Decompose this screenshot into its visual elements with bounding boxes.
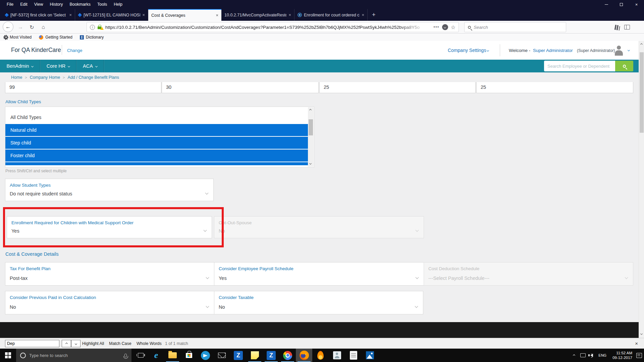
taskbar-store[interactable]	[181, 349, 197, 362]
taskbar-search-input[interactable]	[29, 353, 121, 358]
network-icon[interactable]	[580, 353, 586, 357]
taskbar-mail[interactable]	[214, 349, 230, 362]
tab-wt12715[interactable]: [WT-12715] EL CAMINO HOSPI	[75, 9, 148, 21]
employee-search-input[interactable]	[544, 61, 615, 71]
clock[interactable]: 11:52 AM 09-12-2017	[612, 351, 632, 360]
sidebar-toggle-icon[interactable]	[621, 21, 633, 34]
taskbar-ie[interactable]: e	[148, 349, 164, 362]
tab-cost-coverages[interactable]: Cost & Coverages	[148, 9, 221, 21]
breadcrumb-home[interactable]: Home	[11, 75, 22, 80]
bookmark-star-icon[interactable]: ☆	[451, 24, 455, 31]
taskbar-firefox-active[interactable]	[296, 349, 312, 362]
scroll-down-icon[interactable]	[640, 333, 643, 335]
forward-button[interactable]: →	[15, 21, 25, 34]
nav-aca[interactable]: ACA	[76, 60, 104, 72]
current-user-link[interactable]: Super Administrator	[533, 48, 573, 53]
taskbar-z-app[interactable]	[230, 349, 247, 362]
tray-expand-icon[interactable]	[573, 354, 575, 356]
chevron-down-icon[interactable]	[628, 49, 630, 51]
option-step-child[interactable]: Step child	[5, 137, 313, 149]
scroll-up-icon[interactable]	[309, 109, 312, 111]
change-company-link[interactable]: Change	[67, 48, 83, 53]
allow-child-types-listbox[interactable]: All Child Types Natural child Step child…	[5, 107, 314, 168]
scroll-up-icon[interactable]	[640, 43, 643, 46]
taskbar-sticky-notes[interactable]	[247, 349, 263, 362]
enrollment-msmo-dropdown[interactable]: Enrollment Required for Children with Me…	[7, 216, 212, 238]
taskbar-chrome[interactable]	[279, 349, 296, 362]
nav-benadmin[interactable]: BenAdmin	[0, 60, 40, 72]
microphone-icon[interactable]	[124, 354, 127, 357]
company-settings-menu[interactable]: Company Settings	[448, 48, 486, 53]
speaker-icon[interactable]	[590, 354, 593, 357]
consider-employee-payroll-dropdown[interactable]: Consider Employee Payroll Schedule Yes	[214, 262, 424, 286]
highlight-all-toggle[interactable]: Highlight All	[82, 341, 104, 346]
find-input[interactable]	[5, 340, 59, 347]
scrollbar-thumb[interactable]	[640, 52, 644, 133]
library-icon[interactable]	[610, 21, 621, 34]
match-case-toggle[interactable]: Match Case	[109, 341, 131, 346]
home-button[interactable]: ⌂	[38, 21, 48, 34]
taskbar-browser-ball[interactable]	[197, 349, 214, 362]
taskbar-people[interactable]	[329, 349, 345, 362]
new-tab-button[interactable]	[368, 9, 380, 21]
tab-enrollment-court[interactable]: Enrollment for court ordered ch	[294, 9, 368, 21]
taskbar-photos[interactable]	[362, 349, 378, 362]
taskbar-flame-app[interactable]	[312, 349, 329, 362]
menu-bookmarks[interactable]: Bookmarks	[66, 0, 94, 9]
tax-for-benefit-plan-dropdown[interactable]: Tax For Benefit Plan Post-tax	[5, 262, 214, 286]
browser-search-input[interactable]	[474, 25, 562, 30]
tab-nf5372[interactable]: [NF-5372] first click on 'Select P	[2, 9, 75, 21]
option-natural-child[interactable]: Natural child	[5, 124, 313, 136]
nav-core-hr[interactable]: Core HR	[40, 60, 76, 72]
task-view-button[interactable]	[133, 349, 148, 362]
scrollbar-thumb[interactable]	[309, 119, 313, 135]
page-info-icon[interactable]: i	[90, 25, 95, 30]
menu-view[interactable]: View	[31, 0, 47, 9]
tab-close-icon[interactable]	[362, 12, 364, 17]
tab-close-icon[interactable]	[142, 12, 145, 17]
page-scrollbar[interactable]	[639, 41, 644, 338]
back-button[interactable]: ←	[3, 21, 13, 32]
maximize-button[interactable]	[614, 0, 629, 9]
menu-help[interactable]: Help	[110, 0, 126, 9]
start-button[interactable]	[0, 349, 16, 362]
tab-close-icon[interactable]	[288, 12, 291, 17]
numeric-field-1[interactable]: 99	[5, 82, 161, 93]
close-window-button[interactable]	[629, 0, 644, 9]
whole-words-toggle[interactable]: Whole Words	[137, 341, 162, 346]
menu-edit[interactable]: Edit	[17, 0, 31, 9]
find-next-button[interactable]	[71, 340, 80, 347]
menu-file[interactable]: File	[3, 0, 17, 9]
minimize-button[interactable]	[599, 0, 614, 9]
bookmark-dictionary[interactable]: Dictionary	[80, 35, 104, 40]
option-partial[interactable]	[5, 162, 313, 165]
url-bar[interactable]: i https://10.0.2.71/BenAdmin/Customizati…	[87, 22, 459, 32]
page-actions-icon[interactable]: •••	[434, 25, 439, 29]
tab-mvccomp[interactable]: 10.0.2.71/MvcCompActivateRestore	[221, 9, 294, 21]
taskbar-search[interactable]	[16, 349, 131, 362]
url-text[interactable]: https://10.0.2.71/BenAdmin/Customization…	[105, 25, 431, 30]
allow-student-types-dropdown[interactable]: Allow Student Types Do not require stude…	[5, 179, 214, 201]
numeric-field-2[interactable]: 30	[162, 82, 319, 93]
taskbar-z-app-2[interactable]	[263, 349, 279, 362]
breadcrumb-add-change-benefit-plans[interactable]: Add / Change Benefit Plans	[68, 75, 119, 80]
browser-search-bar[interactable]	[464, 22, 566, 32]
tab-close-icon[interactable]	[216, 13, 218, 18]
menu-tools[interactable]: Tools	[94, 0, 110, 9]
numeric-field-4[interactable]: 25	[476, 82, 633, 93]
language-indicator[interactable]: ENG	[598, 353, 606, 357]
scroll-down-icon[interactable]	[309, 162, 312, 165]
option-all-child-types[interactable]: All Child Types	[5, 111, 314, 123]
tab-close-icon[interactable]	[69, 12, 72, 17]
bookmark-getting-started[interactable]: Getting Started	[39, 35, 72, 40]
find-close-icon[interactable]	[635, 341, 638, 346]
numeric-field-3[interactable]: 25	[319, 82, 476, 93]
pocket-icon[interactable]	[442, 24, 448, 30]
consider-previous-paid-dropdown[interactable]: Consider Previous Paid in Cost Calculati…	[5, 291, 214, 314]
employee-search-button[interactable]	[615, 61, 633, 71]
option-foster-child[interactable]: Foster child	[5, 149, 313, 162]
consider-taxable-dropdown[interactable]: Consider Taxable No	[214, 291, 423, 314]
action-center-icon[interactable]	[636, 353, 642, 358]
taskbar-file-explorer[interactable]	[164, 349, 181, 362]
listbox-scrollbar[interactable]	[308, 107, 314, 167]
